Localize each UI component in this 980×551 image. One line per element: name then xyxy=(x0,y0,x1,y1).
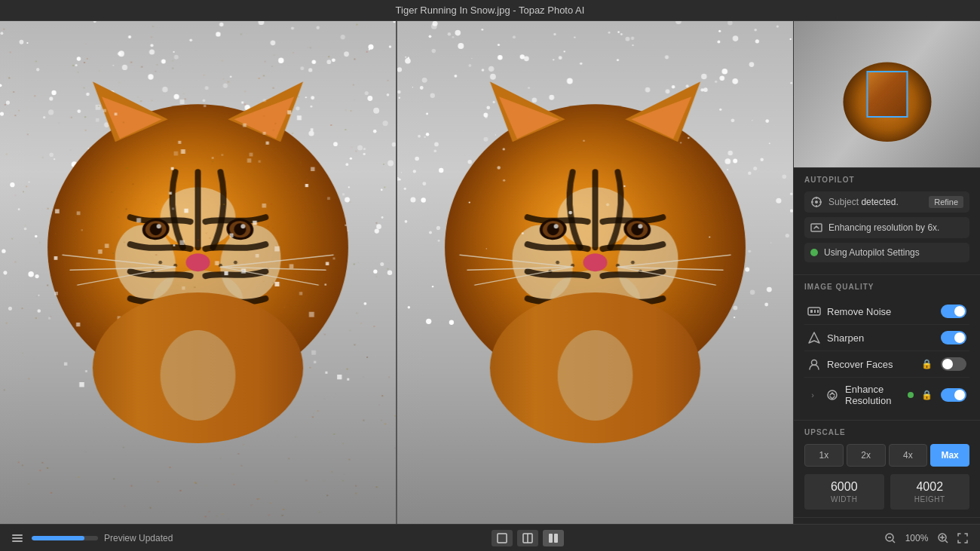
scale-buttons-group: 1x 2x 4x Max xyxy=(804,444,969,467)
zoom-in-button[interactable] xyxy=(935,530,951,546)
progress-fill xyxy=(32,536,84,540)
enhanced-image xyxy=(397,21,793,524)
enhance-resolution-active-dot xyxy=(908,392,914,398)
sharpen-toggle[interactable] xyxy=(941,331,966,344)
height-label: Height xyxy=(896,495,964,504)
resolution-row: Enhancing resolution by 6x. xyxy=(804,217,969,238)
window-title: Tiger Running In Snow.jpg - Topaz Photo … xyxy=(396,5,585,16)
svg-rect-20 xyxy=(549,534,553,543)
svg-rect-21 xyxy=(554,534,558,543)
width-box: 6000 Width xyxy=(804,474,884,510)
svg-marker-11 xyxy=(809,332,819,343)
autopilot-title: AUTOPILOT xyxy=(804,176,969,184)
progress-bar xyxy=(32,536,98,540)
width-label: Width xyxy=(810,495,878,504)
expand-icon[interactable]: › xyxy=(807,390,818,400)
autopilot-section: AUTOPILOT Subject detected. Ref xyxy=(794,168,980,275)
active-indicator xyxy=(810,249,818,256)
upscale-section: UPSCALE 1x 2x 4x Max 6000 Width 4002 Hei… xyxy=(794,421,980,518)
remove-noise-row: Remove Noise xyxy=(804,298,969,325)
subject-detected-text: Subject detected. xyxy=(828,197,923,207)
refine-button[interactable]: Refine xyxy=(929,196,963,208)
thumbnail-area xyxy=(794,21,980,168)
image-area xyxy=(0,21,793,524)
titlebar: Tiger Running In Snow.jpg - Topaz Photo … xyxy=(0,0,980,21)
side-by-side-view-button[interactable] xyxy=(543,530,564,546)
svg-rect-8 xyxy=(810,310,813,313)
enhance-resolution-label: Enhance Resolution xyxy=(845,384,902,406)
right-panel: AUTOPILOT Subject detected. Ref xyxy=(793,21,980,524)
remove-noise-label: Remove Noise xyxy=(827,306,935,317)
bottom-bar: Preview Updated xyxy=(0,524,980,551)
main-area: AUTOPILOT Subject detected. Ref xyxy=(0,21,980,524)
height-value: 4002 xyxy=(896,480,964,494)
resolution-icon xyxy=(810,222,822,234)
scale-1x-button[interactable]: 1x xyxy=(804,444,844,467)
autopilot-settings-row: Using Autopilot Settings xyxy=(804,243,969,262)
sharpen-row: Sharpen xyxy=(804,325,969,351)
svg-point-1 xyxy=(815,201,818,204)
enhance-resolution-icon xyxy=(825,388,839,402)
svg-rect-15 xyxy=(12,537,23,539)
svg-rect-16 xyxy=(12,540,23,542)
zoom-out-button[interactable] xyxy=(882,530,899,546)
dimensions-row: 6000 Width 4002 Height xyxy=(804,474,969,510)
enhance-resolution-toggle[interactable] xyxy=(941,388,966,402)
recover-faces-row: Recover Faces 🔒 xyxy=(804,351,969,378)
remove-noise-icon xyxy=(807,305,821,318)
svg-rect-9 xyxy=(814,310,816,313)
recover-faces-icon xyxy=(807,357,821,371)
svg-rect-14 xyxy=(12,534,23,536)
recover-faces-toggle[interactable] xyxy=(941,357,966,371)
enhance-resolution-row: › Enhance Resolution 🔒 xyxy=(804,378,969,412)
enhance-resolution-lock-icon: 🔒 xyxy=(921,390,932,400)
svg-line-28 xyxy=(945,540,948,543)
height-box: 4002 Height xyxy=(890,474,970,510)
scale-4x-button[interactable]: 4x xyxy=(889,444,928,467)
upscale-title: UPSCALE xyxy=(804,428,969,436)
thumbnail-selection-box xyxy=(866,71,908,118)
subject-icon xyxy=(810,196,822,208)
zoom-value: 100% xyxy=(902,533,932,543)
menu-icon[interactable] xyxy=(9,530,26,546)
bottom-left-controls: Preview Updated xyxy=(9,530,173,546)
width-value: 6000 xyxy=(810,480,878,494)
image-panel-left xyxy=(0,21,397,524)
svg-rect-17 xyxy=(498,534,507,543)
sharpen-label: Sharpen xyxy=(827,332,935,344)
sharpen-icon xyxy=(807,331,821,344)
bottom-right-controls: 100% xyxy=(882,530,971,546)
bottom-center-controls xyxy=(492,530,564,546)
remove-noise-toggle[interactable] xyxy=(941,305,966,318)
single-view-button[interactable] xyxy=(492,530,513,546)
original-image xyxy=(0,21,396,524)
image-panel-right xyxy=(397,21,793,524)
scale-max-button[interactable]: Max xyxy=(930,444,969,467)
svg-rect-6 xyxy=(811,224,822,231)
svg-line-24 xyxy=(893,540,895,543)
svg-rect-10 xyxy=(817,310,819,313)
scale-2x-button[interactable]: 2x xyxy=(847,444,886,467)
recover-faces-lock-icon: 🔒 xyxy=(921,359,932,369)
recover-faces-label: Recover Faces xyxy=(827,359,915,370)
autopilot-settings-text: Using Autopilot Settings xyxy=(824,247,963,258)
preview-status: Preview Updated xyxy=(104,533,173,543)
split-view-button[interactable] xyxy=(517,530,538,546)
resolution-text: Enhancing resolution by 6x. xyxy=(828,222,963,233)
subject-detected-row: Subject detected. Refine xyxy=(804,191,969,213)
fit-view-button[interactable] xyxy=(954,530,971,546)
quality-section: IMAGE QUALITY Remove Noise xyxy=(794,275,980,421)
quality-title: IMAGE QUALITY xyxy=(804,283,969,291)
